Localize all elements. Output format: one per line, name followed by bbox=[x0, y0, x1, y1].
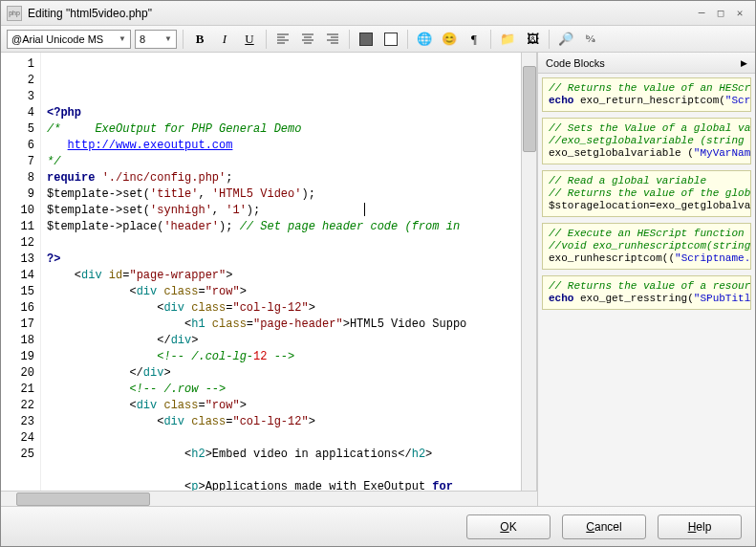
code-snippet[interactable]: // Returns the value of an HEScript func… bbox=[542, 77, 751, 112]
line-number: 13 bbox=[1, 252, 34, 268]
code-area[interactable]: <?php/* ExeOutput for PHP General Demo h… bbox=[41, 53, 521, 491]
window-title: Editing "html5video.php" bbox=[28, 7, 692, 20]
find-button[interactable]: 🔎 bbox=[555, 29, 576, 50]
line-number: 12 bbox=[1, 235, 34, 252]
code-line[interactable]: <p>Applications made with ExeOutput for bbox=[47, 479, 517, 491]
font-size-select[interactable]: 8 ▼ bbox=[135, 30, 177, 49]
italic-button[interactable]: I bbox=[214, 29, 235, 50]
panel-title: Code Blocks bbox=[546, 57, 605, 69]
background-color-button[interactable] bbox=[380, 29, 401, 50]
code-line[interactable]: <div id="page-wrapper"> bbox=[47, 268, 517, 284]
horizontal-scrollbar[interactable] bbox=[1, 491, 537, 506]
chevron-down-icon: ▼ bbox=[164, 34, 172, 43]
insert-image-button[interactable]: 😊 bbox=[439, 29, 460, 50]
separator bbox=[183, 30, 184, 49]
align-center-button[interactable] bbox=[297, 29, 318, 50]
code-snippet[interactable]: // Execute an HEScript function or proce… bbox=[542, 223, 751, 270]
separator bbox=[266, 30, 267, 49]
line-number-gutter: 1234567891011121314151617181920212223242… bbox=[1, 53, 41, 491]
code-line[interactable]: http://www.exeoutput.com bbox=[47, 138, 517, 154]
ok-button[interactable]: OK bbox=[466, 514, 551, 539]
font-family-value: @Arial Unicode MS bbox=[11, 33, 103, 45]
code-blocks-panel: Code Blocks ▶ // Returns the value of an… bbox=[537, 53, 755, 506]
underline-button[interactable]: U bbox=[239, 29, 260, 50]
line-number: 6 bbox=[1, 138, 34, 154]
title-bar: php Editing "html5video.php" ─ □ ✕ bbox=[1, 1, 755, 26]
code-line[interactable]: <!-- /.row --> bbox=[47, 382, 517, 398]
dialog-button-bar: OK Cancel Help bbox=[1, 506, 755, 546]
code-line[interactable]: <div class="row"> bbox=[47, 398, 517, 414]
bold-button[interactable]: B bbox=[189, 29, 210, 50]
help-button[interactable]: Help bbox=[658, 514, 742, 539]
toolbar: @Arial Unicode MS ▼ 8 ▼ B I U 🌐 😊 ¶ 📁 🖼 … bbox=[1, 26, 755, 53]
code-snippet[interactable]: // Sets the Value of a global variable w… bbox=[542, 118, 751, 164]
code-line[interactable]: </div> bbox=[47, 333, 517, 349]
code-line[interactable]: <h2>Embed video in applications</h2> bbox=[47, 447, 517, 463]
code-line[interactable]: <div class="row"> bbox=[47, 284, 517, 300]
code-line[interactable] bbox=[47, 235, 517, 252]
close-button[interactable]: ✕ bbox=[730, 6, 749, 21]
separator bbox=[349, 30, 350, 49]
paragraph-button[interactable]: ¶ bbox=[464, 29, 485, 50]
code-line[interactable]: <div class="col-lg-12"> bbox=[47, 414, 517, 430]
align-right-button[interactable] bbox=[322, 29, 343, 50]
code-line[interactable]: $template->set('synhigh', '1'); bbox=[47, 203, 517, 219]
code-snippet[interactable]: // Read a global variable// Returns the … bbox=[542, 170, 751, 217]
line-number: 2 bbox=[1, 73, 34, 89]
code-line[interactable]: <?php bbox=[47, 105, 517, 121]
app-icon: php bbox=[7, 6, 22, 21]
separator bbox=[490, 30, 491, 49]
line-number: 11 bbox=[1, 219, 34, 235]
line-number: 19 bbox=[1, 349, 34, 365]
replace-button[interactable]: ᵇ∕ₐ bbox=[580, 29, 601, 50]
code-line[interactable]: $template->place('header'); // Set page … bbox=[47, 219, 517, 235]
code-line[interactable]: </div> bbox=[47, 365, 517, 382]
code-line[interactable]: $template->set('title', 'HTML5 Video'); bbox=[47, 186, 517, 203]
line-number: 17 bbox=[1, 317, 34, 333]
font-color-button[interactable] bbox=[356, 29, 377, 50]
maximize-button[interactable]: □ bbox=[711, 6, 730, 21]
line-number: 7 bbox=[1, 154, 34, 170]
code-line[interactable] bbox=[47, 430, 517, 447]
separator bbox=[407, 30, 408, 49]
line-number: 16 bbox=[1, 300, 34, 317]
line-number: 8 bbox=[1, 170, 34, 186]
vertical-scrollbar[interactable] bbox=[521, 53, 536, 491]
main-area: 1234567891011121314151617181920212223242… bbox=[1, 53, 755, 506]
text-cursor bbox=[364, 203, 365, 216]
scrollbar-thumb[interactable] bbox=[16, 492, 150, 506]
font-family-select[interactable]: @Arial Unicode MS ▼ bbox=[7, 30, 131, 49]
line-number: 22 bbox=[1, 398, 34, 414]
code-line[interactable]: ?> bbox=[47, 252, 517, 268]
line-number: 14 bbox=[1, 268, 34, 284]
panel-header: Code Blocks ▶ bbox=[538, 53, 755, 74]
code-line[interactable] bbox=[47, 463, 517, 479]
line-number: 23 bbox=[1, 414, 34, 430]
line-number: 15 bbox=[1, 284, 34, 300]
line-number: 18 bbox=[1, 333, 34, 349]
line-number: 10 bbox=[1, 203, 34, 219]
color-swatch-icon bbox=[359, 33, 373, 46]
code-line[interactable]: require './inc/config.php'; bbox=[47, 170, 517, 186]
scrollbar-thumb[interactable] bbox=[523, 66, 536, 152]
insert-link-button[interactable]: 🌐 bbox=[414, 29, 435, 50]
picture-button[interactable]: 🖼 bbox=[522, 29, 543, 50]
chevron-right-icon[interactable]: ▶ bbox=[741, 58, 747, 68]
cancel-button[interactable]: Cancel bbox=[562, 514, 646, 539]
code-line[interactable]: <!-- /.col-lg-12 --> bbox=[47, 349, 517, 365]
code-line[interactable]: */ bbox=[47, 154, 517, 170]
code-editor[interactable]: 1234567891011121314151617181920212223242… bbox=[1, 53, 537, 491]
align-left-button[interactable] bbox=[272, 29, 293, 50]
chevron-down-icon: ▼ bbox=[119, 34, 126, 43]
line-number: 5 bbox=[1, 121, 34, 138]
code-line[interactable]: /* ExeOutput for PHP General Demo bbox=[47, 121, 517, 138]
code-snippet[interactable]: // Returns the value of a resource strin… bbox=[542, 275, 751, 310]
line-number: 1 bbox=[1, 56, 34, 73]
snippets-list: // Returns the value of an HEScript func… bbox=[538, 74, 755, 506]
line-number: 20 bbox=[1, 365, 34, 382]
folder-button[interactable]: 📁 bbox=[497, 29, 518, 50]
minimize-button[interactable]: ─ bbox=[692, 6, 711, 21]
code-line[interactable]: <h1 class="page-header">HTML5 Video Supp… bbox=[47, 317, 517, 333]
code-line[interactable]: <div class="col-lg-12"> bbox=[47, 300, 517, 317]
color-swatch-icon bbox=[384, 33, 398, 46]
